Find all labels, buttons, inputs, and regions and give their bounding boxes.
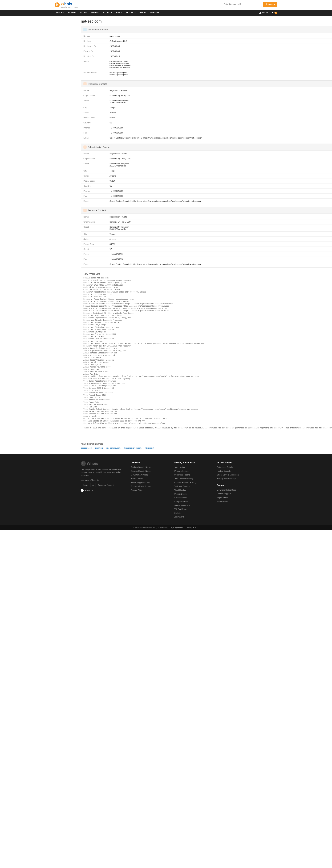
footer-link[interactable]: Datacenter Details [217,466,251,468]
nav-domains[interactable]: DOMAINS [55,12,64,14]
registrant-panel: Registrant Contact Name:Registration Pri… [81,81,332,141]
footer-link[interactable]: Business Email [174,497,208,499]
footer-link[interactable]: Whois Lookup [131,477,165,479]
data-row: Country:US [81,120,332,125]
legal-link[interactable]: Legal Agreement [170,527,183,528]
data-row: Name:Registration Private [81,214,332,219]
data-row: Domain:nat-sec.com [81,34,332,39]
learn-more-link[interactable]: Learn more About Us [81,479,122,481]
footer-create-account-button[interactable]: Create an Account [95,483,116,487]
data-row: Fax:+1.4806242598 [81,193,332,198]
footer-link[interactable]: CodeGuard [174,516,208,518]
related-link[interactable]: dns-parking.com [106,447,120,449]
nav-security[interactable]: SECURITY [126,12,136,14]
footer-link[interactable]: View Domain Pricing [131,474,165,476]
nav-whois[interactable]: WHOIS [140,12,146,14]
user-icon [83,146,87,149]
search-input[interactable] [222,2,262,7]
footer-link[interactable]: Linux Reseller Hosting [174,477,208,479]
data-row: Name:Registration Private [81,88,332,93]
data-row: Email:Select Contact Domain Holder link … [81,135,332,140]
footer-link[interactable]: Cloud Hosting [174,489,208,491]
footer-link[interactable]: Website Builder [174,493,208,495]
footer-link[interactable]: Report Abuse [217,496,251,499]
domain-name: nat-sec.com [81,19,102,24]
footer-link[interactable]: Windows Hosting [174,470,208,472]
data-row: Name:Registration Private [81,151,332,156]
cart-link[interactable]: 0 [271,11,277,14]
nav-hosting[interactable]: HOSTING [91,12,100,14]
data-row: Street:DomainsByProxy.com 2155 E Warner … [81,98,332,105]
raw-whois-panel: Raw Whois Data Domain Name: nat-sec.com … [81,270,332,432]
footer-link[interactable]: Backup and Recovery [217,477,251,479]
nav-website[interactable]: WEBSITE [67,12,76,14]
data-row: Fax:+1.4806242598 [81,130,332,135]
logo-w: W [61,2,64,6]
data-row: City:Tempe [81,168,332,174]
data-row: Registrar:GoDaddy.com, LLC [81,39,332,44]
related-link[interactable]: godaddy.com [81,447,92,449]
nav-cloud[interactable]: CLOUD [80,12,87,14]
data-row: Phone:+1.4806242599 [81,252,332,257]
data-row: Country:US [81,247,332,252]
login-link[interactable]: LOGIN [259,11,268,14]
nav-email[interactable]: EMAIL [116,12,122,14]
logo-hois: hois [64,2,72,6]
data-row: City:Tempe [81,231,332,237]
copyright-text: Copyright © Whois.com. All rights reserv… [134,527,167,528]
data-row: Organization:Domains By Proxy, LLC [81,156,332,161]
user-icon [83,82,87,85]
data-row: Organization:Domains By Proxy, LLC [81,93,332,98]
footer-link[interactable]: Name Suggestion Tool [131,482,165,484]
data-row: Email:Select Contact Domain Holder link … [81,262,332,267]
follow-us[interactable]: Follow Us [81,489,122,492]
footer-link[interactable]: About Whois [217,500,251,502]
footer-link[interactable]: 24 x 7 Servers Monitoring [217,474,251,476]
footer-link[interactable]: Enterprise Email [174,500,208,503]
footer-login-button[interactable]: Login [81,483,91,487]
footer-link[interactable]: Register Domain Name [131,466,165,468]
footer-link[interactable]: View Knowledge Base [217,489,251,491]
data-row: Street:DomainsByProxy.com 2155 E Warner … [81,224,332,231]
footer-link[interactable]: Contact Support [217,493,251,495]
footer-link[interactable]: Transfer Domain Name [131,470,165,472]
data-row: Organization:Domains By Proxy, LLC [81,219,332,224]
data-row: Fax:+1.4806242598 [81,257,332,262]
data-row: State:Arizona [81,174,332,179]
data-row: Postal Code:85284 [81,242,332,247]
footer-link[interactable]: Hosting Security [217,470,251,472]
privacy-link[interactable]: Privacy Policy [187,527,197,528]
data-row: Registered On:2022-08-05 [81,44,332,49]
data-row: State:Arizona [81,110,332,115]
data-row: Postal Code:85284 [81,115,332,120]
nav-servers[interactable]: SERVERS [103,12,112,14]
data-row: Phone:+1.4806242599 [81,125,332,130]
footer-link[interactable]: Windows Reseller Hosting [174,482,208,484]
footer-link[interactable]: WordPress Hosting [174,474,208,476]
nav-support[interactable]: SUPPORT [150,12,159,14]
footer-link[interactable]: Google Workspace [174,504,208,506]
raw-whois-text[interactable]: Domain Name: nat-sec.com Registry Domain… [83,277,332,429]
footer-logo[interactable]: b Whois [81,461,122,466]
footer-link[interactable]: Linux Hosting [174,466,208,468]
footer-about: Leading provider of web presence solutio… [81,468,122,477]
footer-link[interactable]: Free with Every Domain [131,485,165,487]
user-icon [259,11,261,14]
related-link[interactable]: domainsbyproxy.com [123,447,141,449]
footer-link[interactable]: Sitelock [174,512,208,514]
footer-link[interactable]: SSL Certificates [174,508,208,510]
whois-search-button[interactable]: WHOIS [263,2,277,7]
related-link[interactable]: internic.net [145,447,154,449]
data-row: Name Servers:ns1.dns-parking.com ns2.dns… [81,70,332,77]
social-icon [81,489,84,492]
data-row: Status:clientDeleteProhibited clientRene… [81,59,332,70]
user-icon [83,209,87,212]
footer-link[interactable]: Domain Offers [131,489,165,491]
related-link[interactable]: icann.org [95,447,103,449]
cart-icon [271,11,274,14]
footer-logo-icon: b [81,461,86,466]
related-heading: related domain names [81,442,251,445]
data-row: State:Arizona [81,237,332,242]
footer-link[interactable]: Dedicated Servers [174,485,208,487]
logo-mark-icon: b [55,2,60,7]
